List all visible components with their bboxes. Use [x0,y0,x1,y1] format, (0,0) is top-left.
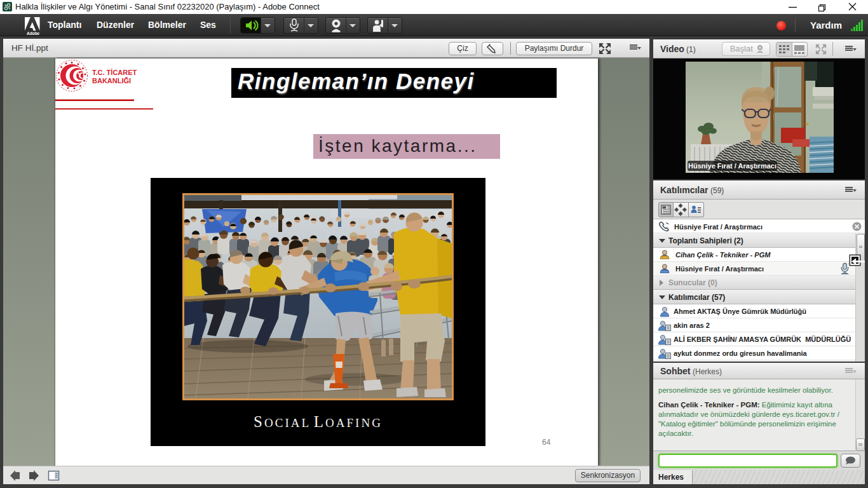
svg-text:T.C. TİCARET: T.C. TİCARET [92,69,137,76]
svg-text:BAKANLIĞI: BAKANLIĞI [92,77,131,85]
svg-text:Adobe: Adobe [27,31,40,36]
